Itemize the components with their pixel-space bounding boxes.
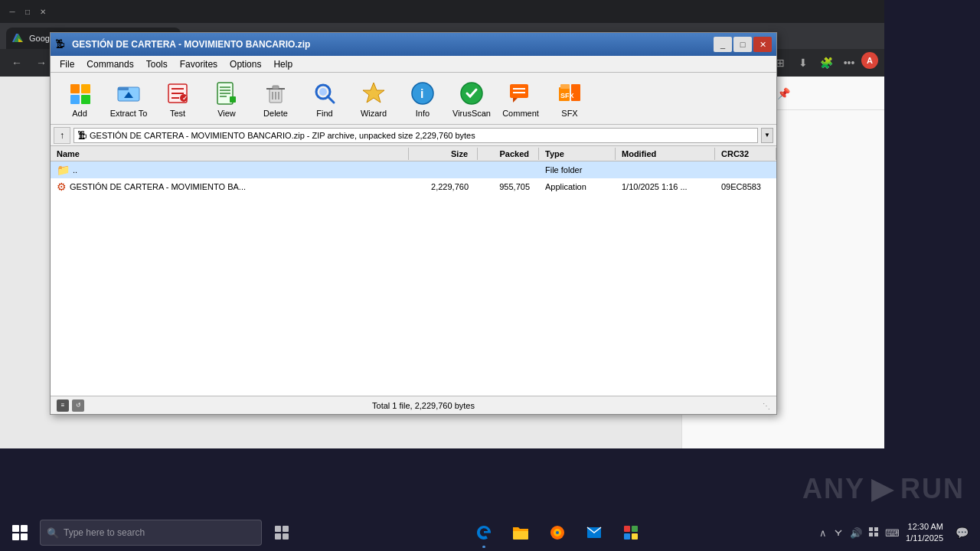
svg-rect-52 <box>624 526 630 532</box>
svg-rect-57 <box>874 527 878 531</box>
toolbar-view-button[interactable]: View <box>204 76 250 122</box>
comment-label: Comment <box>502 109 539 118</box>
svg-rect-44 <box>283 526 289 532</box>
file-size-cell: 2,229,760 <box>409 181 478 193</box>
view-label: View <box>217 109 236 118</box>
minimize-button[interactable]: ─ <box>6 5 18 18</box>
edge-button[interactable] <box>467 516 501 549</box>
toolbar-info-button[interactable]: i Info <box>400 76 446 122</box>
parent-folder-size <box>409 168 478 171</box>
virusscan-icon <box>458 80 485 107</box>
svg-rect-6 <box>81 95 90 104</box>
windows-icon-tray <box>868 527 879 540</box>
menu-favorites[interactable]: Favorites <box>174 57 224 71</box>
winrar-maximize-button[interactable]: □ <box>733 37 752 52</box>
svg-rect-8 <box>118 87 129 90</box>
info-label: Info <box>416 109 430 118</box>
extra-app-icon <box>622 523 640 542</box>
toolbar-test-button[interactable]: ✓ Test <box>155 76 201 122</box>
winrar-minimize-button[interactable]: _ <box>714 37 732 52</box>
col-header-packed[interactable]: Packed <box>478 148 539 160</box>
sfx-label: SFX <box>561 109 577 118</box>
maximize-button[interactable]: □ <box>21 5 34 18</box>
delete-icon <box>262 80 289 107</box>
address-path: 🗜 GESTIÓN DE CARTERA - MOVIMIENTO BANCAR… <box>74 128 758 143</box>
col-header-modified[interactable]: Modified <box>616 148 715 160</box>
file-row-app[interactable]: ⚙ GESTIÓN DE CARTERA - MOVIMIENTO BA... … <box>51 178 776 195</box>
file-type-cell: Application <box>539 181 616 193</box>
taskbar-clock[interactable]: 12:30 AM 1/11/2025 <box>903 521 946 545</box>
toolbar-find-button[interactable]: Find <box>302 76 348 122</box>
winrar-title: GESTIÓN DE CARTERA - MOVIMIENTO BANCARIO… <box>72 39 709 50</box>
winrar-close-button[interactable]: ✕ <box>753 37 772 52</box>
menu-commands[interactable]: Commands <box>80 57 139 71</box>
task-view-button[interactable] <box>265 516 299 549</box>
menu-help[interactable]: Help <box>267 57 299 71</box>
wizard-label: Wizard <box>361 109 387 118</box>
downloads-button[interactable]: ⬇ <box>792 52 814 73</box>
extra-app-button[interactable] <box>614 516 648 549</box>
more-button[interactable]: ••• <box>838 52 860 73</box>
windows-logo-icon <box>12 525 28 540</box>
menu-file[interactable]: File <box>54 57 80 71</box>
folder-icon: 📁 <box>57 164 70 176</box>
virusscan-label: VirusScan <box>452 109 491 118</box>
menu-tools[interactable]: Tools <box>140 57 174 71</box>
network-icon[interactable] <box>833 527 844 540</box>
chevron-up-icon[interactable]: ∧ <box>819 527 827 539</box>
status-icon-2: ↺ <box>72 399 84 412</box>
keyboard-icon[interactable]: ⌨ <box>885 527 900 539</box>
path-dropdown[interactable]: ▼ <box>761 128 773 143</box>
profile-avatar[interactable]: A <box>861 52 878 69</box>
navigate-up-button[interactable]: ↑ <box>54 127 70 144</box>
winrar-window: 🗜 GESTIÓN DE CARTERA - MOVIMIENTO BANCAR… <box>50 32 777 415</box>
svg-rect-46 <box>283 533 289 540</box>
archive-icon: 🗜 <box>77 130 87 141</box>
toolbar-sfx-button[interactable]: SFX SFX <box>547 76 593 122</box>
window-controls: ─ □ ✕ <box>6 5 49 18</box>
svg-rect-3 <box>70 84 80 93</box>
speaker-icon[interactable]: 🔊 <box>850 527 862 539</box>
svg-marker-36 <box>513 98 518 103</box>
col-header-size[interactable]: Size <box>409 148 478 160</box>
toolbar-virusscan-button[interactable]: VirusScan <box>449 76 495 122</box>
toolbar-extract-button[interactable]: Extract To <box>106 76 152 122</box>
toolbar-add-button[interactable]: Add <box>57 76 103 122</box>
find-label: Find <box>316 109 332 118</box>
col-header-crc[interactable]: CRC32 <box>715 148 776 160</box>
toolbar-delete-button[interactable]: Delete <box>253 76 299 122</box>
menu-options[interactable]: Options <box>224 57 267 71</box>
resize-grip[interactable]: ⋱ <box>763 402 770 409</box>
test-icon: ✓ <box>164 80 191 107</box>
svg-rect-5 <box>70 95 80 104</box>
svg-point-29 <box>319 88 327 96</box>
firefox-button[interactable] <box>541 516 574 549</box>
start-button[interactable] <box>3 516 37 549</box>
search-placeholder-text: Type here to search <box>64 527 145 538</box>
col-header-type[interactable]: Type <box>539 148 616 160</box>
back-button[interactable]: ← <box>6 52 28 73</box>
forward-button[interactable]: → <box>31 52 52 73</box>
extensions-button[interactable]: 🧩 <box>815 52 837 73</box>
toolbar-wizard-button[interactable]: Wizard <box>351 76 397 122</box>
wizard-icon <box>360 80 387 107</box>
close-button[interactable]: ✕ <box>37 5 49 18</box>
col-header-name[interactable]: Name <box>51 148 409 160</box>
extract-label: Extract To <box>110 109 148 118</box>
winrar-statusbar: ≡ ↺ Total 1 file, 2,229,760 bytes ⋱ <box>51 396 776 414</box>
notification-button[interactable]: 💬 <box>949 520 974 545</box>
search-icon: 🔍 <box>47 527 59 539</box>
parent-folder-row[interactable]: 📁 .. File folder <box>51 161 776 178</box>
parent-folder-packed <box>478 168 539 171</box>
winrar-filelist: Name Size Packed Type Modified CRC32 📁 .… <box>51 146 776 396</box>
svg-text:SFX: SFX <box>560 92 574 99</box>
svg-rect-35 <box>510 84 528 98</box>
toolbar-comment-button[interactable]: Comment <box>498 76 544 122</box>
system-tray: ∧ 🔊 ⌨ <box>819 527 900 540</box>
file-explorer-button[interactable] <box>504 516 537 549</box>
outlook-icon <box>585 523 603 542</box>
comment-icon <box>507 80 534 107</box>
outlook-button[interactable] <box>577 516 611 549</box>
delete-label: Delete <box>263 109 288 118</box>
taskbar-search[interactable]: 🔍 Type here to search <box>40 520 262 546</box>
